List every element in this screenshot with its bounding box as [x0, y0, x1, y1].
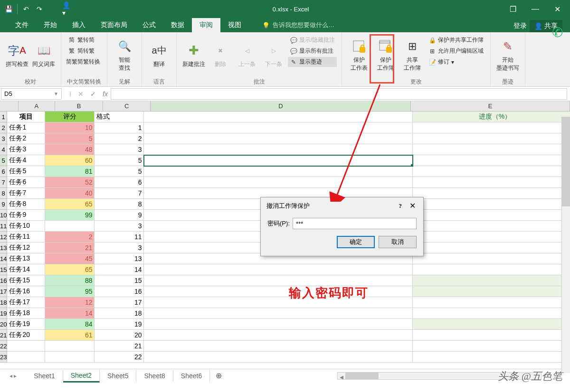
cell[interactable]	[413, 275, 570, 286]
cell[interactable]: 40	[45, 188, 95, 199]
cell[interactable]	[144, 112, 413, 122]
cell[interactable]: 16	[95, 286, 144, 297]
delete-comment-button[interactable]: ✖删除	[207, 34, 234, 77]
cn-convert-button[interactable]: 简繁简繁转换	[66, 57, 102, 67]
start-ink-button[interactable]: ✎开始 墨迹书写	[494, 34, 521, 77]
cell[interactable]	[7, 352, 45, 363]
tab-home[interactable]: 开始	[36, 18, 65, 32]
cell[interactable]	[144, 308, 413, 319]
cell[interactable]	[144, 264, 413, 275]
cell[interactable]: 任务13	[7, 253, 45, 264]
cell[interactable]: 18	[95, 308, 144, 319]
cell[interactable]	[144, 286, 413, 297]
cell[interactable]	[413, 122, 570, 133]
cell[interactable]	[413, 232, 570, 243]
row-header[interactable]: 6	[0, 166, 7, 177]
cell[interactable]: 任务5	[7, 166, 45, 177]
cell[interactable]: 任务20	[7, 330, 45, 341]
protect-sheet-button[interactable]: 保护 工作表	[346, 34, 372, 77]
cell[interactable]	[413, 253, 570, 264]
cell[interactable]: 任务8	[7, 199, 45, 210]
cell[interactable]: 进度（%）	[413, 112, 570, 122]
tab-insert[interactable]: 插入	[65, 18, 93, 32]
window-minimize-icon[interactable]: —	[528, 5, 543, 14]
vertical-scrollbar[interactable]	[561, 117, 570, 373]
cell[interactable]: 10	[45, 122, 95, 133]
row-header[interactable]: 9	[0, 199, 7, 210]
redo-icon[interactable]: ↷	[35, 4, 44, 14]
row-header[interactable]: 15	[0, 264, 7, 275]
cell[interactable]	[144, 133, 413, 144]
cell[interactable]: 任务2	[7, 133, 45, 144]
row-header[interactable]: 18	[0, 297, 7, 308]
cell[interactable]: 任务18	[7, 308, 45, 319]
cell[interactable]: 评分	[45, 112, 95, 122]
cell[interactable]: 65	[45, 199, 95, 210]
sheet-tab-1[interactable]: Sheet1	[26, 370, 63, 382]
show-all-comments-button[interactable]: 💬显示所有批注	[288, 46, 337, 56]
row-header[interactable]: 10	[0, 210, 7, 221]
cell[interactable]: 任务19	[7, 319, 45, 330]
row-header[interactable]: 22	[0, 341, 7, 352]
cell[interactable]	[413, 243, 570, 253]
cell[interactable]: 13	[95, 253, 144, 264]
cell[interactable]	[413, 221, 570, 232]
cell[interactable]	[45, 221, 95, 232]
cell[interactable]: 19	[95, 319, 144, 330]
tell-me-input[interactable]: 💡告诉我您想要做什么…	[258, 18, 338, 32]
cell[interactable]	[413, 264, 570, 275]
password-input[interactable]	[293, 218, 417, 229]
cell[interactable]: 任务7	[7, 188, 45, 199]
sheet-tab-2[interactable]: Sheet2	[63, 370, 100, 383]
row-header[interactable]: 23	[0, 352, 7, 363]
row-header[interactable]: 17	[0, 286, 7, 297]
col-header-c[interactable]: C	[103, 101, 151, 112]
cell[interactable]: 任务11	[7, 232, 45, 243]
toggle-comment-button[interactable]: 💬显示/隐藏批注	[288, 35, 337, 45]
fx-cancel-icon[interactable]: ✕	[78, 90, 84, 98]
cell[interactable]	[144, 144, 413, 155]
cell[interactable]: 7	[95, 188, 144, 199]
share-workbook-button[interactable]: ⊞共享 工作簿	[399, 34, 426, 77]
cell[interactable]	[144, 166, 413, 177]
tab-pagelayout[interactable]: 页面布局	[93, 18, 135, 32]
row-header[interactable]: 12	[0, 232, 7, 243]
smart-lookup-button[interactable]: 🔍智能 查找	[111, 34, 138, 77]
simp-to-trad-button[interactable]: 繁简转繁	[66, 46, 102, 56]
cell[interactable]	[7, 341, 45, 352]
cell[interactable]: 6	[95, 177, 144, 188]
undo-icon[interactable]: ↶	[21, 4, 31, 14]
cell[interactable]	[413, 144, 570, 155]
cell[interactable]: 8	[95, 199, 144, 210]
next-comment-button[interactable]: ▷下一条	[260, 34, 287, 77]
user-dropdown-icon[interactable]: 👤▾	[62, 4, 72, 14]
cell[interactable]: 21	[95, 341, 144, 352]
cell[interactable]: 17	[95, 297, 144, 308]
formula-input[interactable]	[111, 88, 567, 100]
dialog-help-icon[interactable]: ?	[393, 202, 408, 210]
login-link[interactable]: 登录	[513, 22, 527, 30]
cell[interactable]: 60	[45, 155, 95, 166]
cell[interactable]	[413, 199, 570, 210]
cell[interactable]: 任务12	[7, 243, 45, 253]
cell[interactable]: 45	[45, 253, 95, 264]
cell[interactable]	[144, 297, 413, 308]
protect-share-button[interactable]: 🔒保护并共享工作簿	[427, 35, 485, 45]
fx-enter-icon[interactable]: ✓	[90, 90, 96, 98]
cell[interactable]	[413, 177, 570, 188]
cell[interactable]	[413, 352, 570, 363]
scrollbar-thumb[interactable]	[562, 117, 570, 206]
cell[interactable]: 任务1	[7, 122, 45, 133]
show-ink-button[interactable]: ✎显示墨迹	[288, 57, 337, 67]
cell[interactable]: 15	[95, 275, 144, 286]
cell[interactable]	[144, 275, 413, 286]
trad-to-simp-button[interactable]: 简繁转简	[66, 35, 102, 45]
row-header[interactable]: 8	[0, 188, 7, 199]
row-header[interactable]: 5	[0, 155, 7, 166]
fx-icon[interactable]: fx	[103, 90, 111, 98]
cell[interactable]	[45, 341, 95, 352]
cell[interactable]: 11	[95, 232, 144, 243]
cell[interactable]: 2	[45, 232, 95, 243]
cell[interactable]: 5	[45, 133, 95, 144]
cell[interactable]	[413, 133, 570, 144]
